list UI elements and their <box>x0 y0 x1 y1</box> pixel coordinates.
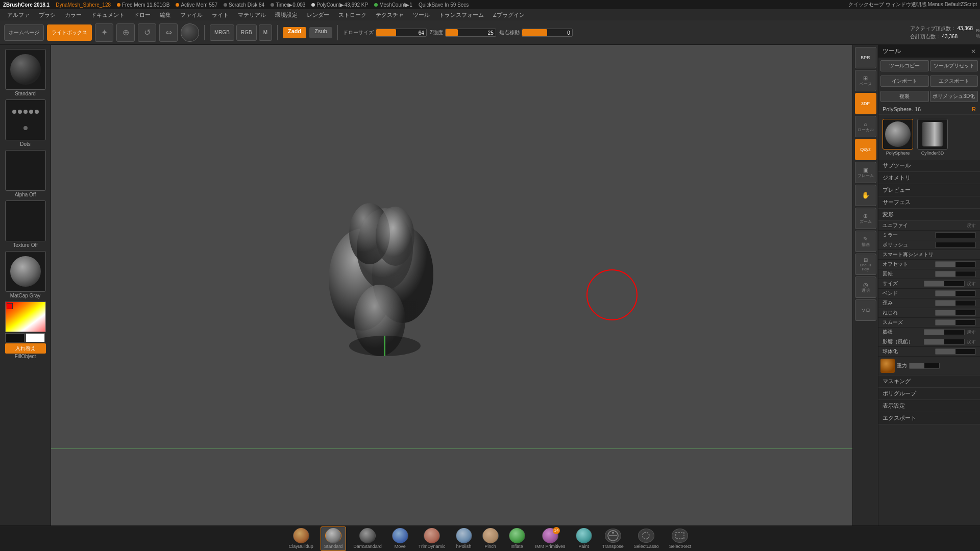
inflate-tool[interactable]: Inflate <box>506 527 528 550</box>
geometry-section[interactable]: ジオメトリ <box>878 172 980 184</box>
deform-section[interactable]: 変形 <box>878 209 980 221</box>
import-btn[interactable]: インポート <box>880 76 929 87</box>
menu-transform[interactable]: トランスフォーム <box>435 10 488 20</box>
lightbox-tab[interactable]: ライトボックス <box>47 24 92 41</box>
menu-preferences[interactable]: 環境設定 <box>271 10 302 20</box>
brush-icon-1[interactable]: ✦ <box>95 23 113 42</box>
polysphere-thumb[interactable]: PolySphere <box>883 119 913 156</box>
polygroup-section[interactable]: ポリグループ <box>878 388 980 400</box>
twist-slider[interactable] <box>935 310 976 316</box>
swatch-black[interactable] <box>5 333 24 342</box>
hand-btn[interactable]: ✋ <box>855 185 876 206</box>
transpose-tool[interactable]: Transpose <box>599 527 627 550</box>
menu-texture[interactable]: テクスチャ <box>372 10 408 20</box>
menu-draw[interactable]: ドロー <box>130 10 155 20</box>
brush-icon-3[interactable]: ↺ <box>138 23 156 42</box>
standard-brush-item[interactable]: Standard <box>5 49 46 96</box>
export-btn[interactable]: エクスポート <box>930 76 978 87</box>
trim-dynamic-tool[interactable]: TrimDynamic <box>415 527 449 550</box>
size-slider[interactable] <box>924 281 965 287</box>
offset-slider[interactable] <box>935 261 976 267</box>
zoom-btn[interactable]: ⊕ ズーム <box>855 208 876 229</box>
menu-render[interactable]: レンダー <box>303 10 333 20</box>
menu-file[interactable]: ファイル <box>176 10 207 20</box>
surface-section[interactable]: サーフェス <box>878 196 980 209</box>
dots-brush-preview[interactable] <box>5 99 46 140</box>
menu-color[interactable]: カラー <box>61 10 86 20</box>
imm-tool[interactable]: 14 IMM Primitives <box>532 527 569 550</box>
swap-btn[interactable]: 入れ替え <box>5 343 46 354</box>
rgb-btn[interactable]: RGB <box>236 24 257 41</box>
copy-btn[interactable]: 複製 <box>880 91 929 102</box>
inflate-slider[interactable] <box>924 329 965 335</box>
menu-document[interactable]: ドキュメント <box>87 10 129 20</box>
tool-copy-btn[interactable]: ツールコピー <box>880 60 929 71</box>
local-btn[interactable]: ⌂ ローカル <box>855 116 876 137</box>
select-rect-tool[interactable]: SelectRect <box>666 527 695 550</box>
polysphere-thumb-img[interactable] <box>883 119 913 149</box>
polish-slider[interactable] <box>935 242 976 248</box>
mirror-slider[interactable] <box>935 232 976 238</box>
tool-preset-btn[interactable]: ツールプリセット <box>930 60 978 71</box>
bpr-btn[interactable]: BPR <box>855 47 876 68</box>
texture-preview[interactable] <box>5 201 46 241</box>
canvas-area[interactable] <box>51 45 852 525</box>
menu-brush[interactable]: ブラシ <box>35 10 60 20</box>
hpolish-tool[interactable]: hPolish <box>453 527 475 550</box>
frame-btn[interactable]: ▣ フレーム <box>855 162 876 183</box>
menu-alpha[interactable]: アルファ <box>3 10 34 20</box>
3df-btn[interactable]: 3DF <box>855 93 876 114</box>
export-section[interactable]: エクスポート <box>878 412 980 424</box>
menu-light[interactable]: ライト <box>208 10 233 20</box>
mrgb-btn[interactable]: MRGB <box>210 24 234 41</box>
color-picker-section[interactable]: 入れ替え FillObject <box>5 302 46 359</box>
cylinder-thumb[interactable]: Cylinder3D <box>917 119 948 156</box>
menu-tool[interactable]: ツール <box>409 10 434 20</box>
menu-stroke[interactable]: ストローク <box>334 10 371 20</box>
brush-preview-toolbar[interactable] <box>181 23 199 42</box>
smooth-slider[interactable] <box>935 319 976 325</box>
subtool-section[interactable]: サブツール <box>878 160 980 172</box>
clay-buildup-tool[interactable]: ClayBuildup <box>286 527 316 550</box>
poly3d-btn[interactable]: ポリメッシュ3D化 <box>930 91 978 102</box>
color-gradient[interactable] <box>5 302 46 332</box>
spherize-slider[interactable] <box>935 348 976 355</box>
transparent-btn[interactable]: ◎ 透明 <box>855 277 876 298</box>
zadd-btn[interactable]: Zadd <box>283 27 306 38</box>
cylinder-thumb-img[interactable] <box>917 119 948 149</box>
home-tab[interactable]: ホームページ <box>4 24 44 41</box>
preview-section[interactable]: プレビュー <box>878 184 980 196</box>
swatch-white[interactable] <box>26 333 45 342</box>
z-intensity-slider[interactable]: 25 <box>445 29 496 37</box>
dam-standard-tool[interactable]: DamStandard <box>350 527 385 550</box>
standard-brush-preview[interactable] <box>5 49 46 90</box>
m-btn[interactable]: M <box>259 24 272 41</box>
standard-tool[interactable]: Standard <box>321 527 347 551</box>
focal-shift-slider[interactable]: 0 <box>522 29 573 37</box>
display-settings-section[interactable]: 表示設定 <box>878 400 980 412</box>
menu-edit[interactable]: 編集 <box>156 10 175 20</box>
move-tool[interactable]: Move <box>389 527 411 550</box>
gravity-slider[interactable] <box>909 363 940 369</box>
draw-btn[interactable]: ✎ 描画 <box>855 231 876 252</box>
select-lasso-tool[interactable]: SelectLasso <box>631 527 662 550</box>
draw-size-slider[interactable]: 64 <box>376 29 427 37</box>
menu-zplugin[interactable]: Zプラグイン <box>489 10 529 20</box>
menu-material[interactable]: マテリアル <box>234 10 270 20</box>
alpha-preview[interactable] <box>5 150 46 191</box>
dots-brush-item[interactable]: Dots <box>5 99 46 147</box>
texture-item[interactable]: Texture Off <box>5 201 46 248</box>
base-btn[interactable]: ⊞ ベース <box>855 70 876 91</box>
close-right-panel[interactable]: ✕ <box>971 48 976 55</box>
matcap-preview[interactable] <box>5 251 46 292</box>
brush-icon-4[interactable]: ⇔ <box>159 23 178 42</box>
masking-section[interactable]: マスキング <box>878 375 980 388</box>
solo-btn[interactable]: ソロ <box>855 299 876 321</box>
zsub-btn[interactable]: Zsub <box>309 27 332 38</box>
pinch-tool[interactable]: Pinch <box>479 527 502 550</box>
alpha-item[interactable]: Alpha Off <box>5 150 46 197</box>
matcap-item[interactable]: MatCap Gray <box>5 251 46 298</box>
paint-tool[interactable]: Paint <box>573 527 595 550</box>
qxyz-btn[interactable]: Qxyz <box>855 139 876 160</box>
skew-slider[interactable] <box>935 300 976 306</box>
